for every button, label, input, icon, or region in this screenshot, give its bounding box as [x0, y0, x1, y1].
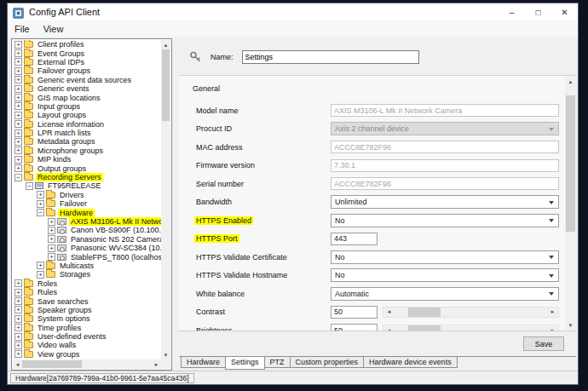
save-button[interactable]: Save	[523, 336, 564, 351]
field-dropdown[interactable]: Automatic	[331, 287, 559, 301]
slider-track[interactable]	[395, 308, 547, 317]
tree-item[interactable]: +License information	[13, 120, 161, 129]
menu-view[interactable]: View	[37, 20, 71, 37]
tab-ptz[interactable]: PTZ	[264, 357, 291, 368]
expand-icon[interactable]: +	[14, 120, 22, 128]
tree-item[interactable]: +User-defined events	[13, 332, 161, 341]
scroll-right-icon[interactable]: ►	[152, 359, 161, 369]
maximize-button[interactable]: □	[525, 3, 551, 20]
tree-item[interactable]: +System options	[13, 314, 161, 323]
tab-hardware-device-events[interactable]: Hardware device events	[363, 357, 458, 368]
scroll-track[interactable]	[161, 49, 170, 350]
scroll-left-icon[interactable]: ◄	[13, 359, 22, 369]
collapse-icon[interactable]: −	[26, 182, 33, 190]
tree-item[interactable]: +Time profiles	[13, 324, 161, 332]
name-input[interactable]	[242, 50, 419, 64]
menu-file[interactable]: File	[8, 20, 37, 37]
expand-icon[interactable]: +	[14, 156, 22, 164]
tree-item[interactable]: −Recording Servers	[13, 173, 161, 181]
tree-item[interactable]: +LPR match lists	[13, 129, 161, 137]
field-input[interactable]	[331, 233, 378, 245]
tree-item[interactable]: +Save searches	[13, 296, 161, 305]
scroll-up-icon[interactable]: ▲	[565, 76, 576, 87]
expand-icon[interactable]: +	[14, 324, 22, 331]
tree-item[interactable]: +Video walls	[13, 341, 161, 349]
tree-item[interactable]: +External IDPs	[13, 58, 161, 66]
expand-icon[interactable]: +	[37, 191, 44, 198]
tree-item[interactable]: −Hardware	[13, 208, 161, 216]
field-dropdown[interactable]: No	[331, 250, 559, 264]
expand-icon[interactable]: +	[37, 200, 44, 208]
expand-icon[interactable]: +	[14, 102, 22, 110]
tree-item[interactable]: +Multicasts	[13, 262, 161, 270]
tree-item[interactable]: +Failover groups	[13, 66, 161, 75]
form-vertical-scrollbar[interactable]: ▲ ▼	[565, 76, 576, 331]
expand-icon[interactable]: +	[14, 112, 22, 119]
tree-item[interactable]: +Output groups	[13, 164, 161, 172]
expand-icon[interactable]: +	[14, 67, 22, 75]
close-button[interactable]: ✕	[551, 3, 578, 20]
expand-icon[interactable]: +	[14, 49, 22, 57]
collapse-icon[interactable]: −	[37, 209, 44, 216]
tab-custom-properties[interactable]: Custom properties	[290, 357, 365, 368]
expand-icon[interactable]: +	[14, 342, 22, 349]
collapse-icon[interactable]: −	[14, 174, 22, 181]
slider-left-icon[interactable]: ◄	[383, 308, 395, 317]
tree-item[interactable]: +Client profiles	[13, 40, 161, 49]
scroll-thumb[interactable]	[566, 95, 575, 232]
scroll-track[interactable]	[565, 87, 576, 319]
tree-item[interactable]: +Input groups	[13, 102, 161, 111]
tree-item[interactable]: +Generic events	[13, 84, 161, 93]
expand-icon[interactable]: +	[48, 227, 55, 234]
expand-icon[interactable]: +	[14, 279, 22, 287]
field-input[interactable]	[331, 306, 378, 319]
tree-item[interactable]: +AXIS M3106-L Mk II Network Came	[13, 217, 161, 226]
expand-icon[interactable]: +	[14, 350, 22, 358]
value-slider[interactable]: ◄►	[383, 325, 559, 331]
tree-item[interactable]: +Speaker groups	[13, 306, 161, 314]
slider-right-icon[interactable]: ►	[547, 308, 558, 317]
expand-icon[interactable]: +	[48, 235, 55, 243]
tree-item[interactable]: −FT95RELEASE	[13, 181, 161, 190]
tree-item[interactable]: +Layout groups	[13, 111, 161, 119]
tree-item[interactable]: +GIS map locations	[13, 93, 161, 101]
expand-icon[interactable]: +	[37, 262, 44, 269]
expand-icon[interactable]: +	[48, 244, 55, 252]
expand-icon[interactable]: +	[14, 147, 22, 154]
tree-horizontal-scrollbar[interactable]: ◄ ►	[13, 359, 161, 369]
tree-item[interactable]: +MIP kinds	[13, 155, 161, 164]
expand-icon[interactable]: +	[14, 41, 22, 49]
expand-icon[interactable]: +	[48, 253, 55, 261]
tree-item[interactable]: +Canon VB-S900F (10.100.55.117)	[13, 226, 161, 234]
scroll-down-icon[interactable]: ▼	[161, 350, 170, 359]
expand-icon[interactable]: +	[14, 297, 22, 305]
expand-icon[interactable]: +	[37, 271, 44, 279]
tree-item[interactable]: +Event Groups	[13, 49, 161, 57]
slider-right-icon[interactable]: ►	[547, 325, 558, 331]
tab-hardware[interactable]: Hardware	[181, 357, 226, 368]
tree-item[interactable]: +Storages	[13, 270, 161, 279]
tree-item[interactable]: +StableFPS_T800 (localhost)	[13, 252, 161, 261]
expand-icon[interactable]: +	[14, 289, 22, 296]
tab-settings[interactable]: Settings	[225, 357, 265, 370]
slider-thumb[interactable]	[408, 325, 441, 331]
tree-item[interactable]: +Roles	[13, 279, 161, 288]
tree-item[interactable]: +Drivers	[13, 191, 161, 199]
expand-icon[interactable]: +	[14, 76, 22, 83]
slider-thumb[interactable]	[408, 308, 441, 317]
tree-item[interactable]: +Metadata groups	[13, 137, 161, 146]
expand-icon[interactable]: +	[14, 129, 22, 137]
value-slider[interactable]: ◄►	[383, 307, 559, 318]
scroll-up-icon[interactable]: ▲	[161, 40, 170, 49]
tree-item[interactable]: +Panasonic WV-SC384 (10.100.53.6	[13, 244, 161, 252]
tree-vertical-scrollbar[interactable]: ▲ ▼	[161, 40, 170, 359]
scroll-track[interactable]	[22, 359, 152, 369]
minimize-button[interactable]: –	[499, 3, 525, 20]
field-dropdown[interactable]: No	[331, 268, 559, 282]
tree-item[interactable]: +Generic event data sources	[13, 76, 161, 84]
tree-item[interactable]: +Failover	[13, 199, 161, 208]
field-input[interactable]	[331, 324, 378, 331]
slider-track[interactable]	[395, 325, 547, 331]
field-dropdown[interactable]: Unlimited	[331, 195, 559, 209]
field-dropdown[interactable]: No	[331, 214, 559, 227]
